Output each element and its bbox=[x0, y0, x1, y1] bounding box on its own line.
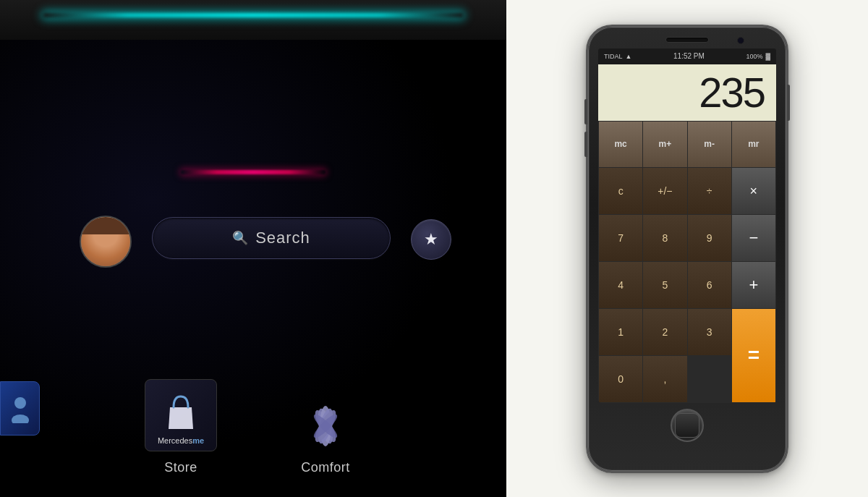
home-button[interactable] bbox=[671, 409, 704, 442]
power-button[interactable] bbox=[787, 85, 790, 121]
comfort-icon-item[interactable]: Comfort bbox=[289, 386, 362, 475]
volume-down-button[interactable] bbox=[584, 132, 587, 157]
m-plus-button[interactable]: m+ bbox=[643, 122, 686, 168]
status-left: TIDAL ▲ bbox=[604, 53, 631, 60]
top-bar bbox=[0, 0, 506, 40]
user-avatar[interactable] bbox=[80, 216, 132, 268]
search-bar[interactable]: 🔍 Search bbox=[152, 217, 391, 259]
avatar-face bbox=[81, 217, 130, 266]
mercedes-brand-text: Mercedes bbox=[158, 436, 192, 445]
four-button[interactable]: 4 bbox=[599, 262, 642, 308]
m-minus-button[interactable]: m- bbox=[688, 122, 731, 168]
equals-button[interactable]: = bbox=[732, 309, 775, 402]
time-text: 11:52 PM bbox=[673, 52, 705, 60]
front-camera bbox=[737, 37, 744, 44]
teal-light-streak bbox=[43, 13, 463, 17]
lotus-flower-svg bbox=[293, 390, 358, 448]
carrier-text: TIDAL bbox=[604, 53, 623, 60]
seven-button[interactable]: 7 bbox=[599, 215, 642, 261]
calculator-display: 235 bbox=[598, 64, 776, 121]
home-button-inner bbox=[675, 413, 699, 438]
divide-button[interactable]: ÷ bbox=[688, 168, 731, 214]
iphone-device: TIDAL ▲ 11:52 PM 100% ▓ 235 mc m+ m- mr bbox=[586, 25, 788, 473]
status-right: 100% ▓ bbox=[746, 53, 770, 60]
shopping-bag-svg bbox=[156, 386, 206, 435]
battery-text: 100% bbox=[746, 53, 762, 60]
three-button[interactable]: 3 bbox=[688, 309, 731, 355]
comfort-label: Comfort bbox=[301, 460, 350, 475]
bottom-icon-row: Mercedesme Store Comfort bbox=[0, 379, 506, 475]
iphone-panel: TIDAL ▲ 11:52 PM 100% ▓ 235 mc m+ m- mr bbox=[506, 0, 868, 497]
mercedes-panel: 🔍 Search ★ Mercedesme bbox=[0, 0, 506, 497]
search-icon: 🔍 bbox=[232, 230, 248, 246]
lotus-icon bbox=[289, 386, 362, 451]
mc-button[interactable]: mc bbox=[599, 122, 642, 168]
plus-minus-button[interactable]: +/− bbox=[643, 168, 686, 214]
comma-button[interactable]: , bbox=[643, 356, 686, 402]
status-bar: TIDAL ▲ 11:52 PM 100% ▓ bbox=[598, 48, 776, 64]
five-button[interactable]: 5 bbox=[643, 262, 686, 308]
nine-button[interactable]: 9 bbox=[688, 215, 731, 261]
search-label: Search bbox=[255, 229, 310, 247]
store-label: Store bbox=[164, 460, 197, 475]
battery-icon: ▓ bbox=[765, 53, 770, 60]
me-text: me bbox=[192, 436, 204, 445]
wifi-icon: ▲ bbox=[626, 53, 632, 60]
six-button[interactable]: 6 bbox=[688, 262, 731, 308]
mr-button[interactable]: mr bbox=[732, 122, 775, 168]
clear-button[interactable]: c bbox=[599, 168, 642, 214]
multiply-button[interactable]: × bbox=[732, 168, 775, 214]
eight-button[interactable]: 8 bbox=[643, 215, 686, 261]
zero-button[interactable]: 0 bbox=[599, 356, 642, 402]
volume-up-button[interactable] bbox=[584, 99, 587, 124]
calculator-buttons: mc m+ m- mr c +/− ÷ × 7 8 9 − 4 5 6 + bbox=[598, 121, 776, 403]
two-button[interactable]: 2 bbox=[643, 309, 686, 355]
mercedes-me-icon: Mercedesme bbox=[145, 379, 217, 451]
iphone-screen: TIDAL ▲ 11:52 PM 100% ▓ 235 mc m+ m- mr bbox=[598, 48, 776, 403]
display-value: 235 bbox=[699, 68, 765, 116]
speaker-grille bbox=[665, 37, 709, 43]
avatar-hair bbox=[81, 217, 130, 234]
star-icon: ★ bbox=[424, 230, 438, 249]
one-button[interactable]: 1 bbox=[599, 309, 642, 355]
plus-button[interactable]: + bbox=[732, 262, 775, 308]
minus-button[interactable]: − bbox=[732, 215, 775, 261]
favorites-button[interactable]: ★ bbox=[411, 219, 451, 260]
pink-accent-bar bbox=[181, 170, 326, 174]
store-icon-item[interactable]: Mercedesme Store bbox=[145, 379, 217, 475]
